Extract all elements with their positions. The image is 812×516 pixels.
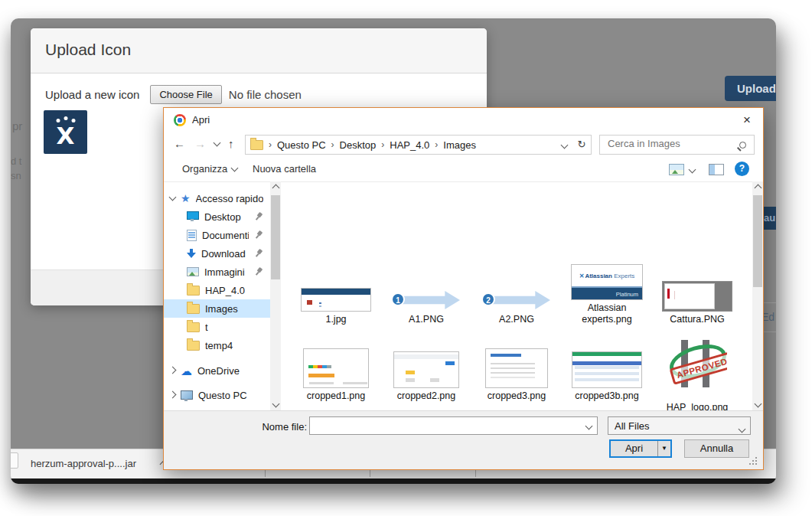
recent-locations-chevron-icon[interactable] <box>214 139 221 147</box>
open-button-label: Apri <box>611 441 657 456</box>
sidebar-item-onedrive[interactable]: ☁ OneDrive <box>164 361 270 380</box>
sidebar-item-downloads[interactable]: Download <box>164 244 270 263</box>
sidebar-item-documents[interactable]: Documenti <box>164 226 270 244</box>
sidebar-item-label: t <box>205 322 208 333</box>
search-input[interactable] <box>606 137 732 150</box>
address-dropdown-chevron-icon[interactable] <box>561 142 569 149</box>
scroll-up-icon[interactable] <box>272 185 280 192</box>
sidebar-item-label: Desktop <box>204 211 241 223</box>
breadcrumb-separator: › <box>435 139 438 150</box>
sidebar-item-label: Download <box>201 248 246 260</box>
back-icon[interactable]: ← <box>174 137 185 150</box>
title-bar[interactable]: Apri × <box>164 108 763 132</box>
file-item[interactable]: cropped3.png <box>471 338 562 402</box>
filename-input[interactable] <box>313 419 582 432</box>
search-icon <box>739 142 746 149</box>
up-icon[interactable]: ↑ <box>228 137 234 150</box>
file-thumbnail: 2 <box>481 289 552 312</box>
folder-icon <box>187 322 200 332</box>
help-icon[interactable]: ? <box>735 162 749 176</box>
forward-icon[interactable]: → <box>194 137 206 150</box>
breadcrumb-item[interactable]: HAP_4.0 <box>390 139 429 151</box>
file-item[interactable]: cropped3b.png <box>562 338 652 402</box>
new-folder-button[interactable]: Nuova cartella <box>253 163 316 175</box>
chevron-right-icon <box>169 366 177 374</box>
pictures-icon <box>187 267 199 276</box>
file-item[interactable]: APPROVED HAP_logo.png <box>652 338 742 411</box>
breadcrumb-item[interactable]: Questo PC <box>277 139 326 151</box>
file-item[interactable]: cropped2.png <box>381 338 471 402</box>
sidebar-item-quick-access[interactable]: ★ Accesso rapido <box>164 189 270 207</box>
background-button-fragment: au <box>762 207 776 230</box>
background-text-fragment: d t <box>11 155 21 167</box>
divider <box>370 469 370 477</box>
this-pc-icon <box>181 390 193 400</box>
pin-icon <box>252 229 264 241</box>
quick-access-star-icon: ★ <box>181 193 191 204</box>
breadcrumb-item[interactable]: Images <box>443 139 476 151</box>
view-options-chevron-icon[interactable] <box>689 166 696 174</box>
divider <box>762 302 776 303</box>
file-item[interactable]: 1.jpg <box>291 264 381 325</box>
window-bottom-edge <box>11 478 776 484</box>
filetype-select[interactable]: All Files <box>608 416 751 435</box>
sidebar-item-images-selected[interactable]: Images <box>164 299 270 318</box>
desktop-icon <box>187 211 199 220</box>
download-item[interactable]: herzum-approval-p....jar <box>31 458 136 469</box>
file-item[interactable]: cropped1.png <box>291 338 381 402</box>
command-toolbar: Organizza Nuova cartella ? <box>164 157 763 182</box>
sidebar-item-label: Accesso rapido <box>196 193 264 204</box>
scrollbar-thumb[interactable] <box>271 195 280 279</box>
scroll-up-icon[interactable] <box>755 185 762 192</box>
scrollbar-thumb[interactable] <box>753 195 762 287</box>
folder-icon <box>187 286 200 296</box>
close-icon[interactable]: × <box>735 111 758 129</box>
file-item[interactable]: 2 A2.PNG <box>471 264 562 325</box>
file-item[interactable]: 1 A1.PNG <box>381 264 471 325</box>
sidebar-item-t[interactable]: t <box>164 318 270 336</box>
choose-file-button[interactable]: Choose File <box>150 85 221 104</box>
organize-button[interactable]: Organizza <box>182 163 237 175</box>
breadcrumb[interactable]: › Questo PC › Desktop › HAP_4.0 › Images <box>245 135 574 155</box>
sidebar-item-this-pc[interactable]: Questo PC <box>164 386 270 404</box>
file-list-scrollbar[interactable] <box>752 181 763 411</box>
sidebar-item-pictures[interactable]: Immagini <box>164 263 270 281</box>
chevron-down-icon[interactable] <box>585 423 593 430</box>
view-thumbnails-icon[interactable] <box>669 164 684 175</box>
file-name: Atlassian experts.png <box>564 302 650 325</box>
file-thumbnail: ✕Atlassian Experts Platinum <box>571 264 643 300</box>
refresh-icon[interactable]: ↻ <box>572 135 592 155</box>
filetype-value: All Files <box>615 420 650 432</box>
upload-field-label: Upload a new icon <box>45 88 139 101</box>
open-split-arrow-icon[interactable]: ▼ <box>657 441 670 456</box>
file-item[interactable]: Cattura.PNG <box>652 264 742 325</box>
upload-button[interactable]: Upload <box>725 76 776 101</box>
preview-pane-icon[interactable] <box>709 164 724 175</box>
cancel-button[interactable]: Annulla <box>684 439 749 458</box>
sidebar-item-desktop[interactable]: Desktop <box>164 207 270 226</box>
dialog-title: Apri <box>192 114 210 126</box>
background-text-fragment: pr <box>12 119 22 132</box>
file-thumbnail <box>301 288 371 312</box>
breadcrumb-item[interactable]: Desktop <box>340 139 377 151</box>
sidebar-scrollbar[interactable] <box>270 181 281 411</box>
navigation-pane: ★ Accesso rapido Desktop Documenti <box>164 181 270 411</box>
resize-grip[interactable] <box>755 457 757 459</box>
pin-icon <box>252 247 264 260</box>
file-item[interactable]: ✕Atlassian Experts Platinum Atlassian ex… <box>562 264 652 325</box>
organize-label: Organizza <box>182 163 227 175</box>
open-button[interactable]: Apri ▼ <box>609 439 672 458</box>
file-thumbnail <box>662 281 732 312</box>
download-item-fragment <box>11 452 18 469</box>
sidebar-item-hap40[interactable]: HAP_4.0 <box>164 281 270 299</box>
chevron-down-icon <box>739 426 746 433</box>
divider <box>475 469 476 477</box>
sidebar-item-temp4[interactable]: temp4 <box>164 336 270 354</box>
new-folder-label: Nuova cartella <box>253 163 316 175</box>
dialog-footer: Nome file: All Files Apri ▼ Annulla <box>164 410 763 469</box>
sidebar-item-label: temp4 <box>205 340 233 351</box>
screenshot-root: pr d t sn Upload au Ed Upload Icon Uploa… <box>0 0 812 516</box>
scroll-down-icon[interactable] <box>272 400 280 408</box>
scroll-down-icon[interactable] <box>755 400 762 408</box>
chevron-down-icon <box>169 194 177 201</box>
